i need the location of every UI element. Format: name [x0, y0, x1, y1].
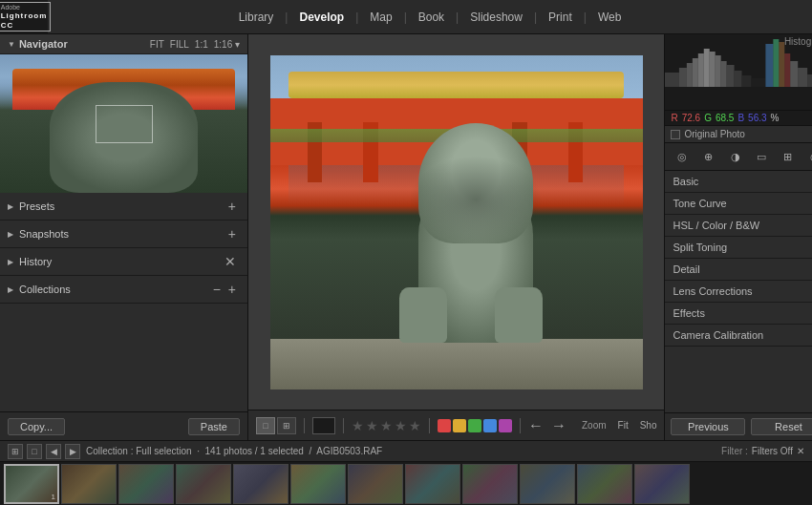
basic-section[interactable]: Basic ▶: [665, 171, 812, 193]
history-close[interactable]: ✕: [221, 254, 240, 269]
zoom-fill[interactable]: FILL: [170, 39, 189, 50]
zoom-fit[interactable]: FIT: [150, 39, 164, 50]
snapshots-header[interactable]: ▶ Snapshots +: [0, 221, 247, 247]
collections-label: Collections: [19, 284, 209, 295]
right-panel-actions: Previous Reset: [665, 412, 812, 440]
zoom-custom[interactable]: 1:16 ▾: [214, 39, 240, 50]
toolbar-divider-2: [343, 418, 344, 433]
presets-label: Presets: [19, 200, 224, 212]
list-item[interactable]: [118, 464, 174, 504]
collections-remove[interactable]: −: [209, 282, 224, 297]
collections-add[interactable]: +: [224, 282, 240, 297]
copy-button[interactable]: Copy...: [8, 418, 65, 435]
filter-label: Filter :: [721, 446, 748, 456]
view-single-button[interactable]: □: [256, 417, 275, 434]
list-item[interactable]: 1: [4, 464, 59, 504]
list-item[interactable]: [233, 464, 288, 504]
star-4[interactable]: ★: [395, 418, 407, 433]
color-labels: [438, 419, 512, 432]
history-header[interactable]: ▶ History ✕: [0, 248, 247, 275]
filmstrip-nav-next[interactable]: ▶: [65, 444, 80, 459]
list-item[interactable]: [348, 464, 403, 504]
tool-icons-row: ◎ ⊕ ◑ ▭ ⊞ ◉: [665, 143, 812, 171]
zoom-fit-btn[interactable]: Fit: [618, 420, 629, 431]
photo-count: 141 photos / 1 selected: [205, 446, 304, 456]
zoom-1-1[interactable]: 1:1: [195, 39, 208, 50]
filter-value[interactable]: Filters Off: [752, 446, 793, 456]
filter-close[interactable]: ✕: [797, 446, 804, 456]
photo-background: [270, 55, 643, 389]
nav-develop[interactable]: Develop: [291, 7, 352, 28]
star-3[interactable]: ★: [380, 418, 393, 433]
snapshots-add[interactable]: +: [224, 226, 240, 242]
svg-rect-19: [808, 74, 812, 87]
rgb-b-value: 56.3: [748, 113, 766, 123]
color-label-blue[interactable]: [483, 419, 497, 432]
presets-header[interactable]: ▶ Presets +: [0, 193, 247, 220]
color-label-green[interactable]: [468, 419, 481, 432]
nav-slideshow[interactable]: Slideshow: [462, 7, 530, 28]
nav-library[interactable]: Library: [231, 7, 282, 28]
hsl-section[interactable]: HSL / Color / B&W ▶: [665, 215, 812, 237]
toolbar-divider-1: [304, 418, 305, 433]
crop-tool[interactable]: ◎: [673, 147, 692, 166]
nav-book[interactable]: Book: [411, 7, 452, 28]
presets-add[interactable]: +: [224, 199, 240, 214]
nav-web[interactable]: Web: [590, 7, 629, 28]
svg-rect-4: [698, 53, 704, 87]
filmstrip-filter: Filter : Filters Off ✕: [721, 446, 804, 456]
split-toning-section[interactable]: Split Toning ▶: [665, 237, 812, 259]
filmstrip-nav-prev[interactable]: ◀: [46, 444, 61, 459]
color-label-red[interactable]: [438, 419, 451, 432]
color-label-yellow[interactable]: [453, 419, 466, 432]
list-item[interactable]: [61, 464, 117, 504]
view-mode-buttons: □ ⊞: [256, 417, 296, 434]
tone-curve-section[interactable]: Tone Curve ▶: [665, 193, 812, 215]
list-item[interactable]: [405, 464, 460, 504]
detail-section[interactable]: Detail ▶: [665, 259, 812, 281]
camera-calibration-section[interactable]: Camera Calibration ▶: [665, 325, 812, 347]
paste-button[interactable]: Paste: [188, 418, 240, 435]
effects-section[interactable]: Effects ▶: [665, 303, 812, 325]
list-item[interactable]: [462, 464, 518, 504]
list-item[interactable]: [634, 464, 690, 504]
star-1[interactable]: ★: [352, 418, 364, 433]
star-2[interactable]: ★: [366, 418, 378, 433]
nav-arrow-right[interactable]: →: [551, 417, 566, 434]
brush-tool[interactable]: ⊞: [779, 147, 798, 166]
nav-arrow-left[interactable]: ←: [528, 417, 544, 434]
filmstrip: ⊞ □ ◀ ▶ Collection : Full selection · 14…: [0, 440, 812, 505]
list-item[interactable]: [577, 464, 632, 504]
history-section: ▶ History ✕: [0, 248, 247, 276]
filmstrip-nav-grid[interactable]: ⊞: [8, 444, 23, 459]
rgb-percent: %: [771, 113, 780, 123]
effects-label: Effects: [673, 307, 704, 319]
navigator-header[interactable]: ▼ Navigator FIT FILL 1:1 1:16 ▾: [0, 34, 247, 54]
color-swatch[interactable]: [312, 417, 335, 434]
left-panel-actions: Copy... Paste: [0, 411, 247, 440]
nav-print[interactable]: Print: [541, 7, 580, 28]
spot-tool[interactable]: ⊕: [699, 147, 718, 166]
filmstrip-nav: ⊞ □ ◀ ▶: [8, 444, 80, 459]
view-grid-button[interactable]: ⊞: [277, 417, 296, 434]
hsl-label: HSL / Color / B&W: [673, 220, 759, 231]
redeye-tool[interactable]: ◑: [726, 147, 745, 166]
reset-button[interactable]: Reset: [751, 418, 812, 435]
collections-header[interactable]: ▶ Collections − +: [0, 276, 247, 303]
previous-button[interactable]: Previous: [671, 418, 745, 435]
list-item[interactable]: [290, 464, 346, 504]
list-item[interactable]: [520, 464, 575, 504]
color-label-purple[interactable]: [499, 419, 512, 432]
lens-corrections-section[interactable]: Lens Corrections ▶: [665, 281, 812, 303]
original-photo-checkbox[interactable]: [671, 130, 680, 139]
center-panel: □ ⊞ ★ ★ ★ ★ ★ ←: [248, 34, 664, 440]
split-toning-label: Split Toning: [673, 242, 727, 253]
zoom-sho-btn[interactable]: Sho: [640, 420, 657, 431]
list-item[interactable]: [176, 464, 231, 504]
grad-tool[interactable]: ▭: [752, 147, 771, 166]
top-bar: Adobe Lightroom CC Library | Develop | M…: [0, 0, 812, 34]
radial-tool[interactable]: ◉: [805, 147, 812, 166]
star-5[interactable]: ★: [409, 418, 421, 433]
filmstrip-nav-single[interactable]: □: [27, 444, 42, 459]
nav-map[interactable]: Map: [362, 7, 399, 28]
